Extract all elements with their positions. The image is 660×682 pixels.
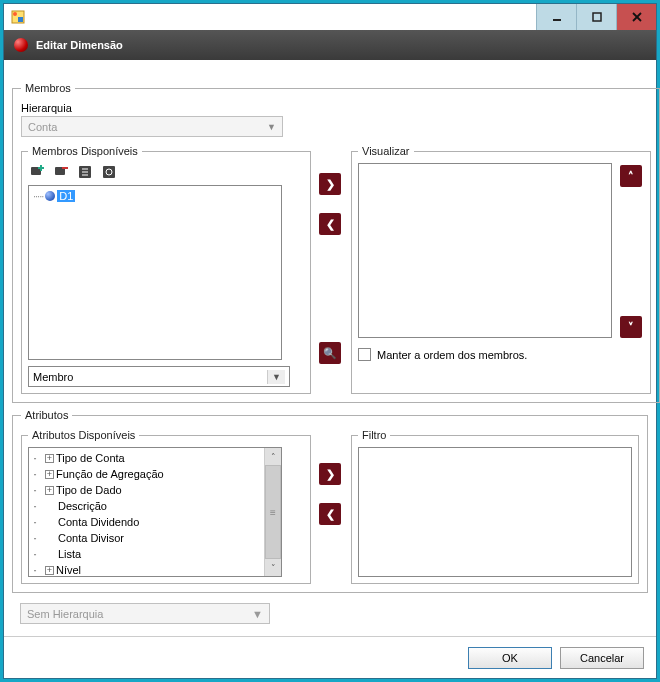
svg-rect-9: [38, 167, 44, 169]
attribute-item[interactable]: ··+ Função de Agregação: [33, 466, 260, 482]
hierarchy-combo[interactable]: Conta ▼: [21, 116, 283, 137]
tree-connector: ··: [33, 548, 43, 560]
dialog-header: Editar Dimensão: [4, 30, 656, 60]
attribute-label: Função de Agregação: [56, 468, 164, 480]
available-attributes-fieldset: Atributos Disponíveis ··+ Tipo de Conta·…: [21, 429, 311, 584]
available-members-legend: Membros Disponíveis: [28, 145, 142, 157]
attribute-item[interactable]: ··+ Tipo de Conta: [33, 450, 260, 466]
bottom-hierarchy-combo[interactable]: Sem Hierarquia ▼: [20, 603, 270, 624]
ok-button[interactable]: OK: [468, 647, 552, 669]
search-button[interactable]: 🔍: [319, 342, 341, 364]
member-move-buttons: ❯ ❮ 🔍: [319, 145, 343, 394]
scroll-up-button[interactable]: ˄: [265, 448, 281, 465]
toolbar-add-icon[interactable]: [28, 163, 48, 181]
tree-connector: ··: [33, 500, 43, 512]
move-down-button[interactable]: ˅: [620, 316, 642, 338]
keep-order-checkbox[interactable]: [358, 348, 371, 361]
expand-icon[interactable]: +: [45, 566, 54, 575]
attribute-label: Conta Divisor: [58, 532, 124, 544]
toolbar-action1-icon[interactable]: [76, 163, 96, 181]
attribute-item[interactable]: ·· Lista: [33, 546, 260, 562]
attribute-label: Lista: [58, 548, 81, 560]
minimize-button[interactable]: [536, 4, 576, 30]
attr-move-left-button[interactable]: ❮: [319, 503, 341, 525]
tree-node-icon: [45, 191, 55, 201]
attribute-item[interactable]: ·· Descrição: [33, 498, 260, 514]
svg-rect-3: [553, 19, 561, 21]
available-members-fieldset: Membros Disponíveis ····· D1: [21, 145, 311, 394]
members-legend: Membros: [21, 82, 75, 94]
scrollbar[interactable]: ˄ ˅: [264, 448, 281, 576]
move-right-button[interactable]: ❯: [319, 173, 341, 195]
attribute-label: Conta Dividendo: [58, 516, 139, 528]
attribute-item[interactable]: ·· Conta Dividendo: [33, 514, 260, 530]
svg-rect-2: [18, 17, 23, 22]
scroll-down-button[interactable]: ˅: [265, 559, 281, 576]
member-type-value: Membro: [33, 371, 73, 383]
move-left-button[interactable]: ❮: [319, 213, 341, 235]
app-icon: [8, 7, 28, 27]
svg-rect-4: [593, 13, 601, 21]
dialog-window: Editar Dimensão Membros Hierarquia Conta…: [3, 3, 657, 679]
tree-connector: ·····: [33, 190, 43, 202]
window-controls: [536, 4, 656, 30]
attribute-move-buttons: ❯ ❮: [319, 429, 343, 584]
svg-point-1: [13, 12, 17, 16]
tree-connector: ··: [33, 452, 43, 464]
cancel-button[interactable]: Cancelar: [560, 647, 644, 669]
hierarchy-value: Conta: [28, 121, 57, 133]
keep-order-label: Manter a ordem dos membros.: [377, 349, 527, 361]
attribute-label: Descrição: [58, 500, 107, 512]
keep-order-row: Manter a ordem dos membros.: [358, 348, 644, 361]
attribute-item[interactable]: ··+ Tipo de Dado: [33, 482, 260, 498]
tree-connector: ··: [33, 468, 43, 480]
chevron-down-icon: ▼: [252, 608, 263, 620]
attributes-tree[interactable]: ··+ Tipo de Conta··+ Função de Agregação…: [28, 447, 282, 577]
toolbar-action2-icon[interactable]: [100, 163, 120, 181]
hierarchy-label: Hierarquia: [21, 102, 651, 114]
members-toolbar: [28, 163, 304, 181]
attributes-fieldset: Atributos Atributos Disponíveis ··+ Tipo…: [12, 409, 648, 593]
tree-connector: ··: [33, 532, 43, 544]
dialog-content: Membros Hierarquia Conta ▼ Membros Dispo…: [4, 60, 656, 636]
attribute-label: Nível: [56, 564, 81, 576]
members-fieldset: Membros Hierarquia Conta ▼ Membros Dispo…: [12, 82, 660, 403]
toolbar-remove-icon[interactable]: [52, 163, 72, 181]
dialog-title: Editar Dimensão: [36, 39, 123, 51]
available-attributes-legend: Atributos Disponíveis: [28, 429, 139, 441]
filter-fieldset: Filtro: [351, 429, 639, 584]
visualize-fieldset: Visualizar ˄ ˅ Manter a ordem dos membro…: [351, 145, 651, 394]
tree-connector: ··: [33, 516, 43, 528]
header-icon: [14, 38, 28, 52]
maximize-button[interactable]: [576, 4, 616, 30]
attr-move-right-button[interactable]: ❯: [319, 463, 341, 485]
visualize-list[interactable]: [358, 163, 612, 338]
member-type-combo[interactable]: Membro ▼: [28, 366, 290, 387]
filter-legend: Filtro: [358, 429, 390, 441]
tree-connector: ··: [33, 564, 43, 576]
bottom-hierarchy-value: Sem Hierarquia: [27, 608, 103, 620]
tree-connector: ··: [33, 484, 43, 496]
filter-list[interactable]: [358, 447, 632, 577]
move-up-button[interactable]: ˄: [620, 165, 642, 187]
attribute-item[interactable]: ··+ Nível: [33, 562, 260, 576]
attribute-label: Tipo de Dado: [56, 484, 122, 496]
order-buttons: ˄ ˅: [620, 163, 644, 338]
close-button[interactable]: [616, 4, 656, 30]
tree-node-label[interactable]: D1: [57, 190, 75, 202]
svg-rect-13: [103, 166, 115, 178]
svg-rect-11: [62, 167, 68, 169]
chevron-down-icon: ▼: [267, 122, 276, 132]
visualize-legend: Visualizar: [358, 145, 414, 157]
tree-item[interactable]: ····· D1: [33, 190, 277, 202]
expand-icon[interactable]: +: [45, 470, 54, 479]
attributes-legend: Atributos: [21, 409, 72, 421]
attribute-item[interactable]: ·· Conta Divisor: [33, 530, 260, 546]
attribute-label: Tipo de Conta: [56, 452, 125, 464]
expand-icon[interactable]: +: [45, 454, 54, 463]
titlebar: [4, 4, 656, 30]
scroll-thumb[interactable]: [265, 465, 281, 559]
dialog-footer: OK Cancelar: [4, 636, 656, 678]
members-tree[interactable]: ····· D1: [28, 185, 282, 360]
expand-icon[interactable]: +: [45, 486, 54, 495]
